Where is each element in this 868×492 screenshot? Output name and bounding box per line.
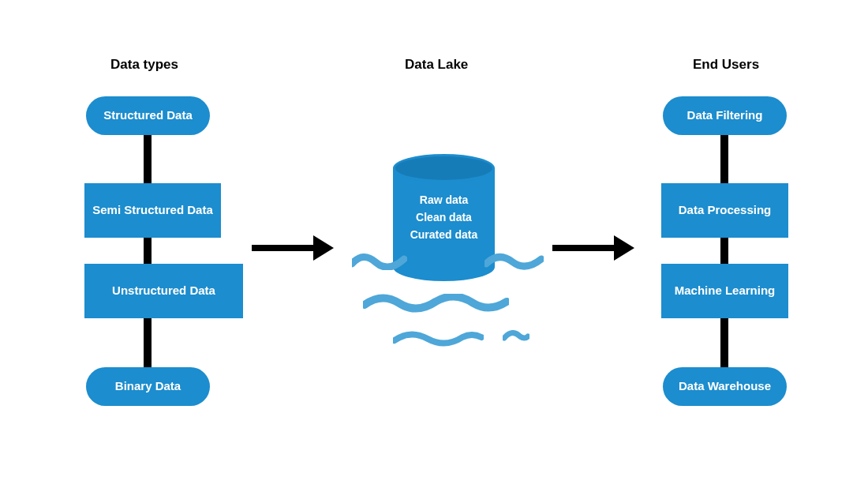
arrow-left-to-center <box>252 235 334 261</box>
node-binary-data: Binary Data <box>86 367 210 406</box>
node-data-processing: Data Processing <box>661 183 788 238</box>
node-data-warehouse: Data Warehouse <box>663 367 787 406</box>
arrow-head-icon <box>313 235 334 261</box>
connector-left-2 <box>144 235 152 266</box>
wave-icon <box>485 253 544 270</box>
cylinder-labels: Raw data Clean data Curated data <box>393 189 495 246</box>
node-label: Semi Structured Data <box>92 203 213 218</box>
arrow-head-icon <box>614 235 634 261</box>
node-label: Structured Data <box>103 108 193 123</box>
connector-right-1 <box>720 132 728 187</box>
node-label: Machine Learning <box>675 284 776 299</box>
heading-data-lake: Data Lake <box>405 57 468 73</box>
cylinder-line: Clean data <box>393 211 495 223</box>
node-label: Data Processing <box>679 203 772 218</box>
heading-end-users: End Users <box>693 57 759 73</box>
connector-right-2 <box>720 235 728 266</box>
connector-left-3 <box>144 315 152 370</box>
connector-right-3 <box>720 315 728 370</box>
wave-icon <box>503 330 529 343</box>
diagram-canvas: Data types Data Lake End Users Structure… <box>0 0 868 492</box>
cylinder-line: Curated data <box>393 228 495 241</box>
node-structured-data: Structured Data <box>86 96 210 135</box>
node-data-filtering: Data Filtering <box>663 96 787 135</box>
cylinder-line: Raw data <box>393 193 495 206</box>
wave-icon <box>363 294 509 313</box>
connector-left-1 <box>144 132 152 187</box>
node-label: Binary Data <box>115 379 181 394</box>
node-label: Data Warehouse <box>679 379 771 394</box>
arrow-shaft <box>252 245 313 251</box>
arrow-center-to-right <box>552 235 634 261</box>
data-lake-cylinder-icon: Raw data Clean data Curated data <box>393 154 495 276</box>
cylinder-top <box>393 154 495 182</box>
node-label: Data Filtering <box>687 108 763 123</box>
arrow-shaft <box>552 245 614 251</box>
node-unstructured-data: Unstructured Data <box>84 264 243 318</box>
node-machine-learning: Machine Learning <box>661 264 788 318</box>
node-label: Unstructured Data <box>112 284 215 299</box>
wave-icon <box>393 331 484 347</box>
node-semi-structured-data: Semi Structured Data <box>84 183 221 238</box>
wave-icon <box>352 253 407 270</box>
heading-data-types: Data types <box>110 57 178 73</box>
